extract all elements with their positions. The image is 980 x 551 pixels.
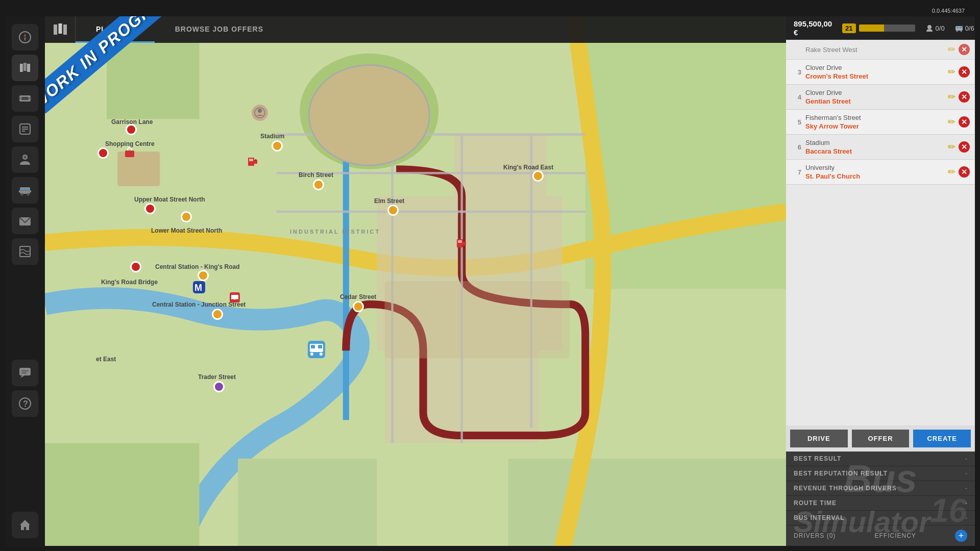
del-btn-7[interactable]: ✕ <box>959 166 970 178</box>
route-streets-5: Fisherman's Street Sky Arrow Tower <box>805 114 944 130</box>
sidebar-icon-bus[interactable] <box>12 177 38 204</box>
sidebar-icon-compass[interactable] <box>12 24 38 51</box>
stats-section: BEST RESULT - BEST REPUTATION RESULT - R… <box>786 452 975 525</box>
drive-button[interactable]: DRIVE <box>790 430 848 447</box>
stop-birch[interactable] <box>313 179 324 190</box>
sidebar-icon-mail[interactable] <box>12 208 38 234</box>
drivers-section: DRIVERS (0) EFFICIENCY + <box>786 525 975 546</box>
poi-bus-route <box>229 291 241 306</box>
sidebar-icon-person[interactable] <box>12 146 38 173</box>
route-actions-5: ✏ ✕ <box>948 116 970 128</box>
stats-bar: 895,500,00 € 21 0/0 0/6 <box>786 16 975 40</box>
route-num-4: 4 <box>791 93 801 101</box>
stop-elm[interactable] <box>387 205 399 216</box>
stop-garrison[interactable] <box>126 124 137 135</box>
route-to-4: Gentian Street <box>805 97 944 105</box>
offer-button[interactable]: OFFER <box>852 430 910 447</box>
version-text: 0.0.445:4637 <box>932 8 965 14</box>
edit-btn-6[interactable]: ✏ <box>948 142 955 152</box>
svg-marker-34 <box>20 520 30 530</box>
svg-point-11 <box>30 97 32 99</box>
svg-rect-84 <box>960 27 962 29</box>
route-item-6[interactable]: 6 Stadium Baccara Street ✏ ✕ <box>786 135 975 160</box>
edit-btn-3[interactable]: ✏ <box>948 67 955 77</box>
sidebar-icon-map2[interactable] <box>12 238 38 265</box>
route-from-4: Clover Drive <box>805 89 944 96</box>
edit-btn-4[interactable]: ✏ <box>948 92 955 102</box>
svg-rect-3 <box>20 64 23 72</box>
stop-cedar[interactable] <box>353 301 364 312</box>
svg-rect-25 <box>30 190 31 192</box>
del-btn-3[interactable]: ✕ <box>959 66 970 78</box>
svg-rect-43 <box>238 459 377 546</box>
edit-btn-rake[interactable]: ✏ <box>948 45 955 54</box>
stat-row-revenue: REVENUE THROUGH DRIVERS - <box>786 481 975 496</box>
del-btn-rake[interactable]: ✕ <box>959 44 970 55</box>
xp-fill <box>859 24 885 32</box>
stop-trader[interactable] <box>213 381 225 392</box>
poi-metro: M <box>192 280 206 296</box>
best-result-value: - <box>965 455 967 462</box>
sidebar-icon-home[interactable] <box>12 512 38 538</box>
svg-marker-29 <box>20 375 24 378</box>
route-list[interactable]: Rake Street West ✏ ✕ 3 Clover Drive Crow… <box>786 40 975 425</box>
svg-point-81 <box>927 25 932 29</box>
xp-level: 21 <box>842 23 855 33</box>
money-display: 895,500,00 € <box>794 19 832 37</box>
right-panel: 895,500,00 € 21 0/0 0/6 <box>786 16 975 546</box>
tab-browse[interactable]: BROWSE JOB OFFERS <box>155 16 284 43</box>
stop-stadium[interactable] <box>272 140 283 152</box>
route-to-3: Crown's Rest Street <box>805 72 944 80</box>
route-item-rake[interactable]: Rake Street West ✏ ✕ <box>786 40 975 60</box>
edit-btn-5[interactable]: ✏ <box>948 117 955 127</box>
route-item-7[interactable]: 7 University St. Paul's Church ✏ ✕ <box>786 160 975 185</box>
svg-rect-83 <box>957 27 959 29</box>
top-status-bar: 0.0.445:4637 <box>5 5 975 16</box>
route-item-3[interactable]: 3 Clover Drive Crown's Rest Street ✏ ✕ <box>786 60 975 85</box>
sidebar-icon-map[interactable] <box>12 55 38 81</box>
svg-point-23 <box>27 193 30 196</box>
sidebar-icon-routes[interactable] <box>12 116 38 142</box>
svg-rect-69 <box>255 159 256 161</box>
route-streets-6: Stadium Baccara Street <box>805 139 944 155</box>
poi-shopping <box>123 145 136 161</box>
map-area[interactable]: PLANNER BROWSE JOB OFFERS WORK IN PROGRE… <box>45 16 786 546</box>
stat-row-best-rep: BEST REPUTATION RESULT - <box>786 466 975 481</box>
svg-rect-73 <box>464 241 465 242</box>
del-btn-6[interactable]: ✕ <box>959 141 970 153</box>
stop-kings-east[interactable] <box>532 170 544 182</box>
drivers-label: DRIVERS (0) <box>794 532 836 539</box>
sidebar-icon-chat[interactable] <box>12 360 38 386</box>
xp-bar <box>859 24 915 32</box>
del-btn-5[interactable]: ✕ <box>959 116 970 128</box>
svg-rect-31 <box>21 372 27 373</box>
del-btn-4[interactable]: ✕ <box>959 91 970 103</box>
add-driver-button[interactable]: + <box>955 530 967 542</box>
stop-shopping[interactable] <box>97 147 109 159</box>
svg-rect-67 <box>249 159 253 161</box>
sidebar-icon-question[interactable]: ? <box>12 390 38 417</box>
sidebar-icon-ticket[interactable] <box>12 85 38 112</box>
stop-central-kings[interactable] <box>198 270 209 281</box>
stop-upper-moat[interactable] <box>144 203 156 214</box>
route-from-rake: Rake Street West <box>805 46 944 54</box>
stop-lower-moat[interactable] <box>181 211 192 222</box>
edit-btn-7[interactable]: ✏ <box>948 167 955 177</box>
route-item-4[interactable]: 4 Clover Drive Gentian Street ✏ ✕ <box>786 85 975 110</box>
map-svg <box>45 16 786 546</box>
stop-central-kings-red[interactable] <box>130 261 141 272</box>
stop-junction[interactable] <box>212 309 223 320</box>
svg-rect-42 <box>45 443 200 546</box>
svg-point-22 <box>21 193 23 196</box>
create-button[interactable]: CREATE <box>913 430 971 447</box>
svg-marker-1 <box>24 33 26 37</box>
svg-point-86 <box>960 31 962 32</box>
route-streets-rake: Rake Street West <box>805 46 944 54</box>
poi-bus-on-map <box>306 339 327 362</box>
tab-planner[interactable]: PLANNER <box>76 16 155 43</box>
route-item-5[interactable]: 5 Fisherman's Street Sky Arrow Tower ✏ ✕ <box>786 110 975 135</box>
svg-rect-36 <box>58 23 62 34</box>
bus-interval-value: - <box>965 514 967 521</box>
tab-map-icon[interactable] <box>45 16 76 43</box>
stat-row-route-time: ROUTE TIME - <box>786 496 975 511</box>
